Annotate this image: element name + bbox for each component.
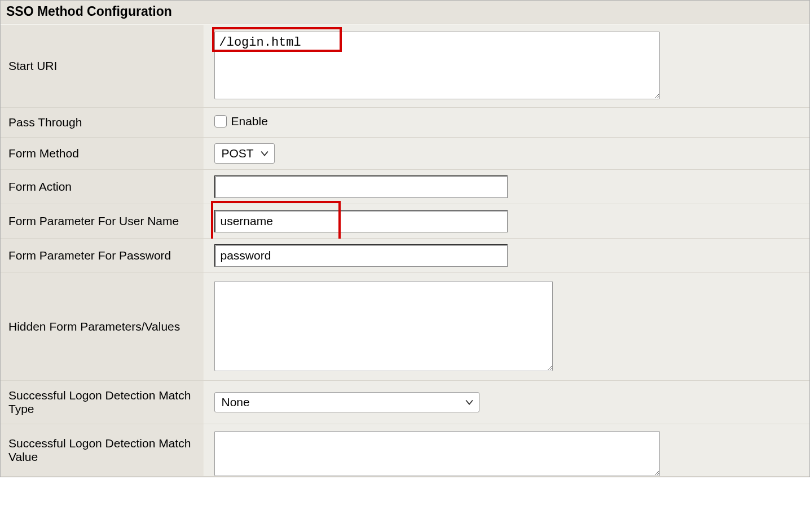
- logon-match-type-value: None: [222, 395, 250, 409]
- label-start-uri: Start URI: [1, 25, 204, 108]
- row-start-uri: Start URI: [1, 25, 809, 108]
- label-pass-through: Pass Through: [1, 108, 204, 138]
- label-logon-match-type: Successful Logon Detection Match Type: [1, 381, 204, 424]
- row-hidden-params: Hidden Form Parameters/Values: [1, 273, 809, 381]
- label-form-method: Form Method: [1, 138, 204, 170]
- sso-method-config-panel: SSO Method Configuration Start URI Pass …: [0, 0, 810, 477]
- param-pass-input[interactable]: [214, 244, 508, 267]
- form-method-select[interactable]: POST: [214, 143, 275, 164]
- row-logon-match-value: Successful Logon Detection Match Value: [1, 424, 809, 477]
- logon-match-value-input[interactable]: [214, 431, 660, 476]
- row-param-pass: Form Parameter For Password: [1, 239, 809, 273]
- label-hidden-params: Hidden Form Parameters/Values: [1, 273, 204, 381]
- config-table: Start URI Pass Through Enable Form Metho…: [1, 24, 809, 477]
- label-param-pass: Form Parameter For Password: [1, 239, 204, 273]
- chevron-down-icon: [261, 150, 268, 157]
- logon-match-type-select[interactable]: None: [214, 392, 479, 412]
- hidden-params-input[interactable]: [214, 281, 553, 371]
- row-pass-through: Pass Through Enable: [1, 108, 809, 138]
- pass-through-checkbox-label: Enable: [231, 115, 268, 128]
- row-form-method: Form Method POST: [1, 138, 809, 170]
- form-method-value: POST: [222, 147, 254, 160]
- pass-through-checkbox[interactable]: [214, 115, 227, 127]
- param-user-input[interactable]: [214, 210, 508, 232]
- chevron-down-icon: [465, 398, 473, 406]
- row-form-action: Form Action: [1, 170, 809, 204]
- start-uri-input[interactable]: [214, 32, 660, 99]
- label-param-user: Form Parameter For User Name: [1, 204, 204, 239]
- panel-title: SSO Method Configuration: [1, 1, 809, 24]
- row-logon-match-type: Successful Logon Detection Match Type No…: [1, 381, 809, 424]
- label-logon-match-value: Successful Logon Detection Match Value: [1, 424, 204, 477]
- form-action-input[interactable]: [214, 175, 508, 198]
- row-param-user: Form Parameter For User Name: [1, 204, 809, 239]
- label-form-action: Form Action: [1, 170, 204, 204]
